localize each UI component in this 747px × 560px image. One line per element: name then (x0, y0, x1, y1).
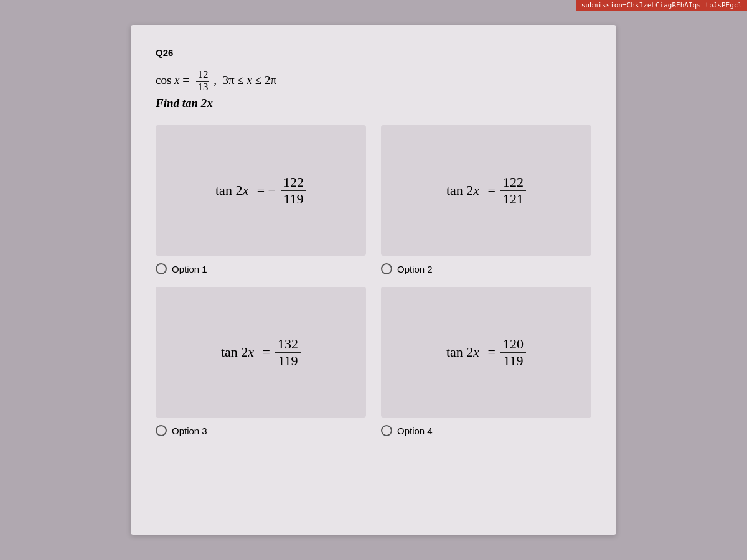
fraction-2: 122 121 (500, 175, 526, 207)
fraction-2-den: 121 (500, 191, 526, 207)
cos-fraction: 12 13 (196, 69, 209, 93)
fraction-1: 122 119 (281, 175, 306, 207)
option-block-3: tan 2x = 132 119 Option 3 (156, 287, 366, 436)
answer-box-4: tan 2x = 120 119 (381, 287, 591, 418)
top-bar: submission=ChkIzeLCiagREhAIqs-tpJsPEgcl (576, 0, 747, 11)
option-block-1: tan 2x = − 122 119 Option 1 (156, 125, 366, 274)
math-expr-1: tan 2x = − 122 119 (215, 175, 306, 207)
fraction-4: 120 119 (500, 337, 526, 368)
fraction-1-num: 122 (281, 175, 306, 191)
fraction-3: 132 119 (275, 337, 301, 368)
option-3-text: Option 3 (172, 426, 207, 436)
option-4-label[interactable]: Option 4 (381, 425, 433, 436)
option-2-text: Option 2 (397, 264, 433, 274)
option-4-text: Option 4 (397, 426, 433, 436)
fraction-3-den: 119 (275, 353, 300, 368)
radio-3[interactable] (156, 425, 167, 436)
option-1-label[interactable]: Option 1 (156, 263, 207, 274)
radio-1[interactable] (156, 263, 167, 274)
top-bar-text: submission=ChkIzeLCiagREhAIqs-tpJsPEgcl (581, 1, 742, 9)
option-3-label[interactable]: Option 3 (156, 425, 207, 436)
cos-denominator: 13 (196, 82, 209, 93)
option-2-label[interactable]: Option 2 (381, 263, 433, 274)
math-expr-3: tan 2x = 132 119 (221, 337, 301, 368)
fraction-2-num: 122 (500, 175, 526, 191)
fraction-3-num: 132 (275, 337, 301, 353)
options-grid: tan 2x = − 122 119 Option 1 tan 2x = (156, 125, 591, 436)
radio-2[interactable] (381, 263, 392, 274)
cos-numerator: 12 (196, 69, 209, 82)
answer-box-3: tan 2x = 132 119 (156, 287, 366, 418)
quiz-card: Q26 cos x = 12 13 , 3π ≤ x ≤ 2π Find tan… (131, 25, 616, 535)
answer-box-1: tan 2x = − 122 119 (156, 125, 366, 256)
option-block-4: tan 2x = 120 119 Option 4 (381, 287, 591, 436)
option-1-text: Option 1 (172, 264, 207, 274)
option-block-2: tan 2x = 122 121 Option 2 (381, 125, 591, 274)
find-text: Find tan 2x (156, 96, 591, 110)
answer-box-2: tan 2x = 122 121 (381, 125, 591, 256)
math-expr-2: tan 2x = 122 121 (446, 175, 526, 207)
radio-4[interactable] (381, 425, 392, 436)
fraction-4-num: 120 (500, 337, 526, 353)
question-condition: cos x = 12 13 , 3π ≤ x ≤ 2π (156, 69, 591, 93)
question-number: Q26 (156, 47, 591, 58)
math-expr-4: tan 2x = 120 119 (446, 337, 526, 368)
fraction-1-den: 119 (281, 191, 306, 207)
fraction-4-den: 119 (500, 353, 525, 368)
